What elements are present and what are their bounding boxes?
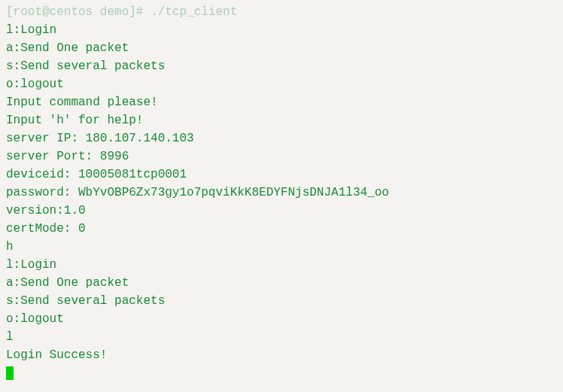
terminal-line: server Port: 8996 [6, 147, 557, 166]
terminal-line: Login Success! [6, 346, 557, 364]
terminal-line: Input command please! [6, 93, 557, 111]
terminal-line: a:Send One packet [6, 274, 557, 292]
terminal-line: a:Send One packet [6, 39, 557, 57]
terminal-line: l [6, 328, 557, 346]
terminal-line: password: WbYvOBP6Zx73gy1o7pqviKkK8EDYFN… [6, 184, 557, 202]
terminal-line: [root@centos demo]# ./tcp_client [6, 3, 557, 21]
terminal-line: s:Send several packets [6, 292, 557, 310]
terminal-prompt-line [6, 364, 557, 382]
terminal-line: deviceid: 10005081tcp0001 [6, 166, 557, 184]
terminal-line: s:Send several packets [6, 57, 557, 75]
cursor-icon [6, 366, 14, 380]
terminal-line: version:1.0 [6, 202, 557, 220]
terminal-line: server IP: 180.107.140.103 [6, 129, 557, 147]
terminal-line: l:Login [6, 21, 557, 39]
terminal-line: o:logout [6, 75, 557, 93]
terminal-line: Input 'h' for help! [6, 111, 557, 129]
terminal-line: h [6, 238, 557, 256]
terminal-output[interactable]: [root@centos demo]# ./tcp_client l:Login… [6, 3, 557, 382]
terminal-line: certMode: 0 [6, 220, 557, 238]
terminal-line: l:Login [6, 256, 557, 274]
terminal-line: o:logout [6, 310, 557, 328]
